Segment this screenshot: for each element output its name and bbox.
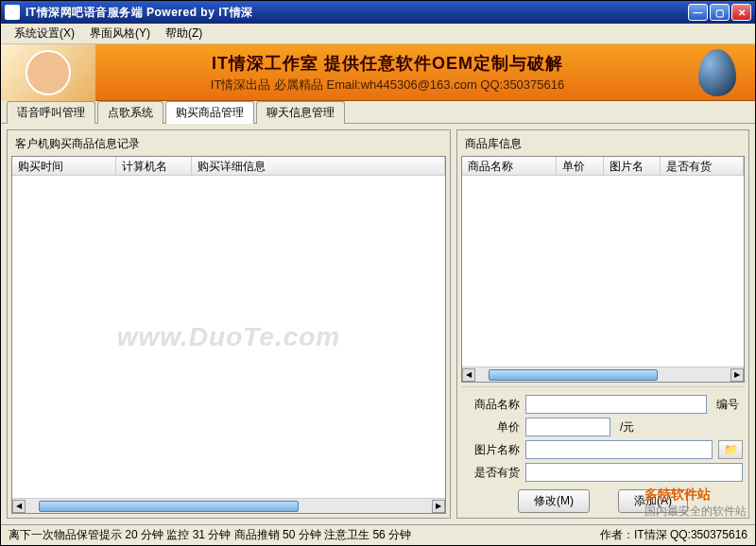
- col-details[interactable]: 购买详细信息: [192, 157, 445, 175]
- menubar: 系统设置(X) 界面风格(Y) 帮助(Z): [1, 24, 755, 44]
- titlebar: IT情深网吧语音服务端 Powered by IT情深 — ▢ ✕: [1, 1, 755, 24]
- banner-avatar: [1, 44, 95, 101]
- watermark: www.DuoTe.com: [117, 322, 341, 352]
- avatar-icon: [26, 50, 71, 95]
- scroll-right-icon[interactable]: ▶: [730, 368, 744, 382]
- banner-decor: [679, 44, 755, 101]
- banner-line2: IT情深出品 必属精品 Email:wh445306@163.com QQ:35…: [95, 77, 679, 94]
- status-right: 作者：IT情深 QQ:350375616: [600, 527, 747, 543]
- banner-line1: IT情深工作室 提供任意软件OEM定制与破解: [95, 52, 679, 75]
- window-controls: — ▢ ✕: [688, 4, 751, 21]
- scroll-left-icon[interactable]: ◀: [12, 500, 26, 513]
- menu-style[interactable]: 界面风格(Y): [82, 24, 158, 43]
- tab-voice[interactable]: 语音呼叫管理: [7, 101, 95, 124]
- egg-icon: [698, 49, 736, 96]
- menu-system[interactable]: 系统设置(X): [7, 24, 82, 43]
- label-id: 编号: [713, 397, 743, 413]
- corner-text2: 国内最安全的软件站: [644, 503, 747, 520]
- label-product-name: 商品名称: [463, 397, 520, 413]
- scroll-thumb[interactable]: [489, 369, 658, 381]
- modify-button[interactable]: 修改(M): [518, 489, 590, 513]
- col-computer[interactable]: 计算机名: [116, 157, 192, 175]
- col-image[interactable]: 图片名: [604, 157, 661, 175]
- purchase-log-title: 客户机购买商品信息记录: [15, 136, 446, 152]
- status-left: 离下一次物品保管提示 20 分钟 监控 31 分钟 商品推销 50 分钟 注意卫…: [9, 527, 411, 543]
- col-product-name[interactable]: 商品名称: [462, 157, 557, 175]
- scroll-thumb[interactable]: [39, 501, 299, 512]
- minimize-button[interactable]: —: [688, 4, 708, 21]
- label-price: 单价: [463, 419, 520, 435]
- label-price-unit: /元: [616, 419, 638, 435]
- app-window: IT情深网吧语音服务端 Powered by IT情深 — ▢ ✕ 系统设置(X…: [0, 0, 756, 546]
- folder-icon: 📁: [724, 443, 738, 456]
- label-stock: 是否有货: [463, 465, 520, 481]
- inventory-list-body: [462, 176, 744, 367]
- banner-text: IT情深工作室 提供任意软件OEM定制与破解 IT情深出品 必属精品 Email…: [95, 52, 679, 94]
- purchase-list-header: 购买时间 计算机名 购买详细信息: [12, 157, 445, 176]
- tab-purchase[interactable]: 购买商品管理: [165, 101, 254, 124]
- statusbar: 离下一次物品保管提示 20 分钟 监控 31 分钟 商品推销 50 分钟 注意卫…: [1, 524, 755, 545]
- app-icon: [5, 5, 20, 20]
- label-image: 图片名称: [463, 442, 520, 458]
- purchase-log-pane: 客户机购买商品信息记录 购买时间 计算机名 购买详细信息 www.DuoTe.c…: [7, 129, 451, 519]
- maximize-button[interactable]: ▢: [710, 4, 730, 21]
- inventory-title: 商品库信息: [465, 136, 745, 152]
- inventory-pane: 商品库信息 商品名称 单价 图片名 是否有货 ◀ ▶ 商品名称: [456, 129, 749, 519]
- corner-logo: 多特软件站 国内最安全的软件站: [644, 486, 747, 520]
- inventory-listview[interactable]: 商品名称 单价 图片名 是否有货 ◀ ▶: [461, 156, 745, 383]
- content-area: 客户机购买商品信息记录 购买时间 计算机名 购买详细信息 www.DuoTe.c…: [1, 124, 755, 524]
- input-stock[interactable]: [525, 463, 743, 482]
- corner-text1: 多特软件站: [644, 486, 747, 503]
- col-stock[interactable]: 是否有货: [661, 157, 744, 175]
- inventory-scroll-h[interactable]: ◀ ▶: [462, 367, 744, 382]
- col-price[interactable]: 单价: [557, 157, 604, 175]
- tab-chat[interactable]: 聊天信息管理: [256, 101, 345, 124]
- inventory-list-header: 商品名称 单价 图片名 是否有货: [462, 157, 744, 176]
- purchase-list-body: www.DuoTe.com: [12, 176, 445, 498]
- menu-help[interactable]: 帮助(Z): [158, 24, 210, 43]
- titlebar-text: IT情深网吧语音服务端 Powered by IT情深: [26, 5, 688, 21]
- purchase-listview[interactable]: 购买时间 计算机名 购买详细信息 www.DuoTe.com ◀ ▶: [11, 156, 446, 514]
- input-price[interactable]: [525, 418, 610, 436]
- browse-button[interactable]: 📁: [718, 440, 743, 459]
- scroll-left-icon[interactable]: ◀: [462, 368, 475, 382]
- banner: IT情深工作室 提供任意软件OEM定制与破解 IT情深出品 必属精品 Email…: [1, 44, 755, 101]
- tab-song[interactable]: 点歌系统: [97, 101, 163, 124]
- close-button[interactable]: ✕: [731, 4, 751, 21]
- col-time[interactable]: 购买时间: [12, 157, 116, 175]
- input-product-name[interactable]: [525, 395, 707, 414]
- purchase-scroll-h[interactable]: ◀ ▶: [12, 498, 445, 513]
- scroll-right-icon[interactable]: ▶: [432, 500, 445, 513]
- tab-bar: 语音呼叫管理 点歌系统 购买商品管理 聊天信息管理: [1, 101, 755, 124]
- input-image[interactable]: [525, 440, 713, 459]
